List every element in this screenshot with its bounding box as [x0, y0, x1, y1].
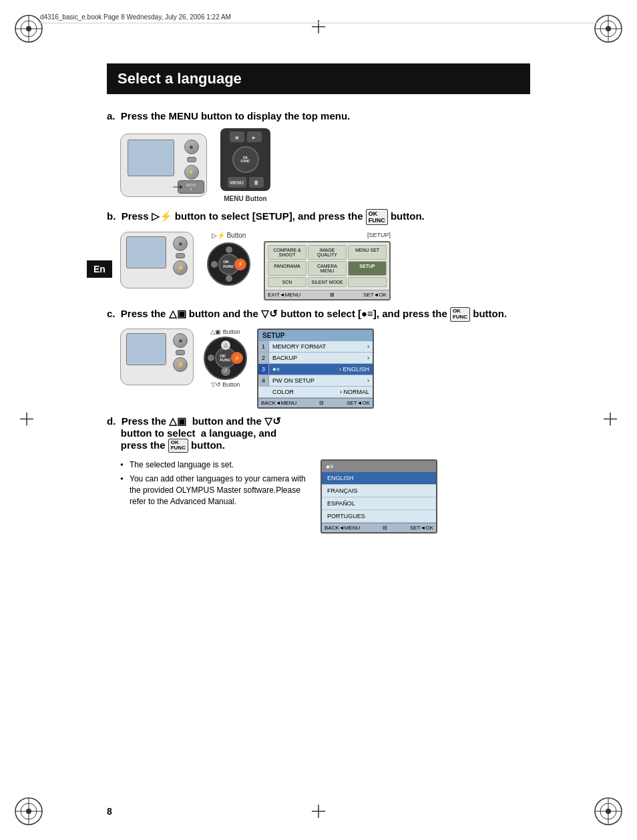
bullet-1: The selected language is set.	[120, 459, 307, 471]
section-d-heading: d. Press the △▣ button and the ▽↺ button…	[107, 415, 597, 453]
menu-remote-illustration: ▣ ▶ OKFUNC MENU 🗑	[220, 128, 270, 191]
page-number: 8	[107, 806, 112, 817]
svg-marker-29	[180, 185, 183, 189]
ok-func-button-b: ⚡ OKFUNC	[207, 242, 250, 286]
corner-decoration-bl	[12, 795, 45, 828]
settings-footer: BACK◄MENU ⊟ SET◄OK	[258, 398, 373, 407]
settings-row-3: 3 ●≡ › ENGLISH	[258, 364, 373, 375]
menu-button-text: MENU	[169, 110, 198, 122]
lang-row-francais: FRANÇAIS	[322, 485, 436, 497]
section-d-text: The selected language is set. You can ad…	[120, 459, 307, 509]
page-header: d4316_basic_e.book Page 8 Wednesday, Jul…	[40, 13, 597, 23]
settings-row-color: COLOR › NORMAL	[258, 387, 373, 398]
setup-screen: COMPARE & SHOOT IMAGE QUALITY MENU SET P…	[264, 241, 391, 300]
settings-header: SETUP	[258, 330, 373, 341]
camera-illustration-a: ▣ ⚡ MENU↯	[120, 134, 207, 197]
settings-row-1: 1 MEMORY FORMAT ›	[258, 341, 373, 353]
dagger-button-area: ▷⚡ Button ⚡ OKFUNC	[207, 232, 250, 286]
section-c-heading: c. Press the △▣ button and the ▽↺ button…	[107, 307, 597, 322]
lang-row-espanol: ESPAÑOL	[322, 497, 436, 510]
dagger-button-label: ▷⚡ Button	[212, 232, 246, 239]
page-title: Select a language	[107, 63, 530, 94]
lang-row-english: ENGLISH	[322, 472, 436, 485]
camera-illustration-c: ▣ ⚡	[120, 329, 194, 385]
camera-illustration-b: ▣ ⚡	[120, 232, 194, 288]
crosshair-left	[20, 413, 33, 428]
menu-button-label: MENU Button	[224, 195, 266, 202]
corner-decoration-br	[592, 795, 625, 828]
lang-row-portugues: PORTUGUES	[322, 510, 436, 523]
settings-row-4: 4 PW ON SETUP ›	[258, 375, 373, 387]
lang-footer: BACK◄MENU ⊟ SET◄OK	[322, 523, 436, 532]
ok-func-button-c: △ ↺ ⚡ OKFUNC	[204, 337, 247, 380]
crosshair-right	[604, 413, 617, 428]
section-b-heading: b. Press ▷⚡ button to select [SETUP], an…	[107, 209, 597, 225]
down-button-label: ▽↺ Button	[211, 381, 240, 388]
language-list-screen: ●≡ ENGLISH FRANÇAIS ESPAÑOL PORTUGUES BA…	[321, 459, 437, 534]
settings-row-2: 2 BACKUP ›	[258, 353, 373, 364]
section-a-heading: a. Press the MENU button to display the …	[107, 110, 597, 122]
up-button-label: △▣ Button	[210, 329, 240, 335]
ok-func-c-area: △▣ Button △ ↺ ⚡ OKFUNC ▽↺ Button	[204, 329, 247, 388]
setup-screen-area: [SETUP] COMPARE & SHOOT IMAGE QUALITY ME…	[264, 232, 391, 300]
settings-list-screen: SETUP 1 MEMORY FORMAT › 2 BACKUP › 3 ●	[257, 329, 374, 409]
setup-label: [SETUP]	[367, 232, 391, 238]
lang-list-header: ●≡	[322, 461, 436, 472]
bullet-2: You can add other languages to your came…	[120, 473, 307, 507]
crosshair-bottom	[312, 805, 325, 820]
